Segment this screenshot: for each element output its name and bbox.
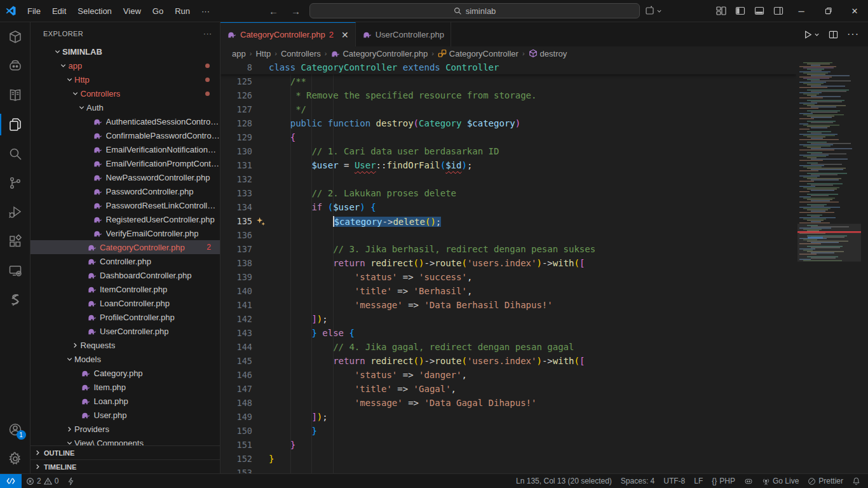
breadcrumb-item[interactable]: CategoryController — [438, 49, 519, 58]
cursor-position[interactable]: Ln 135, Col 13 (20 selected) — [512, 474, 616, 488]
nav-forward-icon[interactable]: → — [287, 4, 304, 18]
notifications-bell-icon[interactable] — [848, 474, 868, 488]
tree-item[interactable]: Requests — [31, 338, 220, 352]
copilot-status-icon[interactable] — [740, 474, 757, 488]
copilot-sparkle-icon[interactable] — [256, 217, 266, 226]
breadcrumb[interactable]: app› Http› Controllers› CategoryControll… — [220, 46, 868, 60]
tree-item[interactable]: CategoryController.php2 — [31, 240, 220, 254]
code-line-129[interactable]: 129 { — [220, 130, 796, 144]
code-line-141[interactable]: 141 'message' => 'Data Berhasil Dihapus!… — [220, 298, 796, 312]
breadcrumb-item[interactable]: CategoryController.php — [330, 49, 428, 58]
remote-indicator[interactable] — [0, 474, 22, 488]
package-icon[interactable] — [0, 22, 31, 51]
code-line-139[interactable]: 139 'status' => 'success', — [220, 270, 796, 284]
tree-item[interactable]: Models — [31, 352, 220, 366]
tree-item[interactable]: Controller.php — [31, 254, 220, 268]
extensions-icon[interactable] — [0, 227, 31, 256]
menu-more[interactable]: ··· — [196, 4, 215, 18]
code-line-131[interactable]: 131 $user = User::findOrFail($id); — [220, 158, 796, 172]
tree-item[interactable]: Loan.php — [31, 394, 220, 408]
window-maximize-button[interactable] — [815, 0, 841, 22]
tab-CategoryController.php[interactable]: CategoryController.php 2 ✕ — [220, 22, 356, 46]
panel-outline[interactable]: OUTLINE — [31, 445, 220, 459]
menu-Edit[interactable]: Edit — [46, 4, 72, 18]
panel-timeline[interactable]: TIMELINE — [31, 459, 220, 473]
explorer-more-actions-icon[interactable]: ··· — [203, 30, 212, 37]
code-line-152[interactable]: 152 } — [220, 452, 796, 466]
code-line-135[interactable]: 135 $category->delete(); — [220, 214, 796, 228]
code-editor[interactable]: 8class CategoryController extends Contro… — [220, 60, 796, 473]
search-icon[interactable] — [0, 139, 31, 168]
go-live-button[interactable]: Go Live — [757, 474, 803, 488]
book-icon[interactable] — [0, 81, 31, 110]
eol-setting[interactable]: LF — [689, 474, 707, 488]
code-line-137[interactable]: 137 // 3. Jika berhasil, redirect dengan… — [220, 242, 796, 256]
lightning-icon[interactable] — [63, 474, 79, 488]
code-line-142[interactable]: 142 ]); — [220, 312, 796, 326]
window-close-button[interactable]: ✕ — [841, 0, 868, 22]
code-line-130[interactable]: 130 // 1. Cari data user berdasarkan ID — [220, 144, 796, 158]
tree-item[interactable]: SIMINLAB — [31, 44, 220, 58]
tree-item[interactable]: AuthenticatedSessionController.php — [31, 114, 220, 128]
code-line-146[interactable]: 146 'status' => 'danger', — [220, 368, 796, 382]
run-button[interactable] — [803, 30, 820, 39]
window-minimize-button[interactable]: ─ — [788, 0, 815, 22]
tab-UserController.php[interactable]: UserController.php — [356, 22, 451, 46]
code-line-127[interactable]: 127 */ — [220, 102, 796, 116]
source-control-icon[interactable] — [0, 168, 31, 198]
tree-item[interactable]: Providers — [31, 422, 220, 436]
minimap[interactable] — [796, 60, 868, 473]
tree-item[interactable]: EmailVerificationPromptController.php — [31, 156, 220, 170]
account-icon[interactable]: 1 — [0, 415, 31, 444]
split-editor-icon[interactable] — [829, 30, 838, 39]
tree-item[interactable]: NewPasswordController.php — [31, 170, 220, 184]
remote-explorer-icon[interactable] — [0, 256, 31, 285]
tree-item[interactable]: UserController.php — [31, 324, 220, 338]
settings-gear-icon[interactable] — [0, 444, 31, 473]
more-actions-icon[interactable]: ··· — [847, 29, 859, 40]
menu-Run[interactable]: Run — [169, 4, 196, 18]
code-line-150[interactable]: 150 } — [220, 424, 796, 438]
code-line-151[interactable]: 151 } — [220, 438, 796, 452]
tree-item[interactable]: ConfirmablePasswordController.php — [31, 128, 220, 142]
code-line-136[interactable]: 136 — [220, 228, 796, 242]
menu-Go[interactable]: Go — [147, 4, 169, 18]
code-line-140[interactable]: 140 'title' => 'Berhasil', — [220, 284, 796, 298]
code-line-147[interactable]: 147 'title' => 'Gagal', — [220, 382, 796, 396]
code-line-128[interactable]: 128 public function destroy(Category $ca… — [220, 116, 796, 130]
tree-item[interactable]: ProfileController.php — [31, 310, 220, 324]
breadcrumb-item[interactable]: destroy — [529, 49, 567, 58]
tree-item[interactable]: Http — [31, 72, 220, 86]
run-dropdown-icon[interactable] — [814, 32, 820, 37]
tree-item[interactable]: ItemController.php — [31, 282, 220, 296]
tree-item[interactable]: Category.php — [31, 366, 220, 380]
tree-item[interactable]: Controllers — [31, 86, 220, 100]
code-line-134[interactable]: 134 if ($user) { — [220, 200, 796, 214]
code-line-144[interactable]: 144 // 4. Jika gagal, redirect dengan pe… — [220, 340, 796, 354]
menu-File[interactable]: File — [22, 4, 46, 18]
language-mode[interactable]: {} PHP — [707, 474, 740, 488]
toggle-secondary-sidebar-icon[interactable] — [769, 2, 788, 20]
tree-item[interactable]: Item.php — [31, 380, 220, 394]
debug-icon[interactable] — [0, 198, 31, 227]
breadcrumb-item[interactable]: app — [232, 49, 246, 58]
tab-close-icon[interactable]: ✕ — [341, 30, 349, 40]
code-line-143[interactable]: 143 } else { — [220, 326, 796, 340]
tree-item[interactable]: RegisteredUserController.php — [31, 212, 220, 226]
code-line-145[interactable]: 145 return redirect()->route('users.inde… — [220, 354, 796, 368]
sticky-scroll-line[interactable]: 8class CategoryController extends Contro… — [220, 60, 796, 74]
tree-item[interactable]: PasswordController.php — [31, 184, 220, 198]
customize-layout-icon[interactable] — [712, 2, 731, 20]
menu-Selection[interactable]: Selection — [72, 4, 117, 18]
tree-item[interactable]: VerifyEmailController.php — [31, 226, 220, 240]
tree-item[interactable]: app — [31, 58, 220, 72]
explorer-icon[interactable] — [0, 110, 31, 139]
menu-View[interactable]: View — [118, 4, 147, 18]
copilot-icon[interactable] — [0, 51, 31, 81]
tree-item[interactable]: View\ Components — [31, 436, 220, 445]
prettier-button[interactable]: Prettier — [803, 474, 848, 488]
nav-back-icon[interactable]: ← — [265, 4, 282, 18]
code-line-149[interactable]: 149 ]); — [220, 410, 796, 424]
tree-item[interactable]: EmailVerificationNotificationController.… — [31, 142, 220, 156]
breadcrumb-item[interactable]: Controllers — [281, 49, 321, 58]
